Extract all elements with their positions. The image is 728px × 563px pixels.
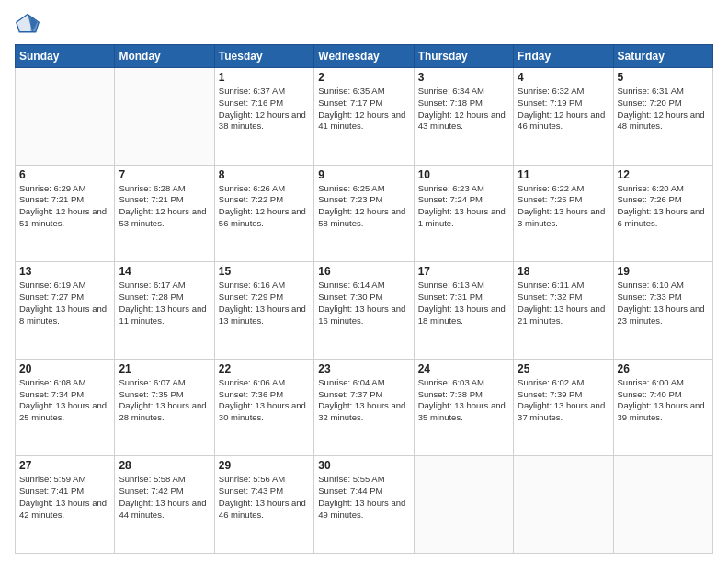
calendar-day-28: 28Sunrise: 5:58 AMSunset: 7:42 PMDayligh… [115,456,214,554]
calendar-day-empty [613,456,712,554]
calendar-table: SundayMondayTuesdayWednesdayThursdayFrid… [15,44,713,554]
page-header [15,11,713,37]
logo-icon [15,11,40,37]
day-number: 16 [318,265,409,278]
day-number: 29 [219,459,310,472]
calendar-day-26: 26Sunrise: 6:00 AMSunset: 7:40 PMDayligh… [613,359,712,456]
day-info: Sunrise: 6:23 AMSunset: 7:24 PMDaylight:… [418,183,509,230]
weekday-header-wednesday: Wednesday [314,45,414,68]
day-number: 18 [518,265,609,278]
calendar-day-5: 5Sunrise: 6:31 AMSunset: 7:20 PMDaylight… [613,68,712,166]
day-info: Sunrise: 6:37 AMSunset: 7:16 PMDaylight:… [219,86,310,132]
day-number: 24 [418,362,509,375]
calendar-week-4: 20Sunrise: 6:08 AMSunset: 7:34 PMDayligh… [16,359,713,456]
day-number: 1 [219,71,310,84]
calendar-day-13: 13Sunrise: 6:19 AMSunset: 7:27 PMDayligh… [16,262,115,360]
calendar-day-14: 14Sunrise: 6:17 AMSunset: 7:28 PMDayligh… [115,262,214,360]
day-number: 21 [119,362,210,375]
day-number: 23 [318,362,409,375]
day-number: 25 [518,362,609,375]
day-number: 14 [119,265,210,278]
day-info: Sunrise: 6:26 AMSunset: 7:22 PMDaylight:… [219,183,310,230]
day-number: 7 [119,168,210,181]
calendar-day-empty [414,456,513,554]
weekday-header-tuesday: Tuesday [214,45,313,68]
day-info: Sunrise: 6:06 AMSunset: 7:36 PMDaylight:… [219,377,310,424]
calendar-day-11: 11Sunrise: 6:22 AMSunset: 7:25 PMDayligh… [514,165,613,262]
calendar-day-empty [514,456,613,554]
calendar-day-16: 16Sunrise: 6:14 AMSunset: 7:30 PMDayligh… [314,262,414,360]
day-number: 27 [19,459,110,472]
calendar-day-22: 22Sunrise: 6:06 AMSunset: 7:36 PMDayligh… [214,359,313,456]
day-number: 26 [618,362,709,375]
day-info: Sunrise: 6:20 AMSunset: 7:26 PMDaylight:… [618,183,709,230]
calendar-day-4: 4Sunrise: 6:32 AMSunset: 7:19 PMDaylight… [514,68,613,166]
calendar-day-8: 8Sunrise: 6:26 AMSunset: 7:22 PMDaylight… [214,165,313,262]
day-info: Sunrise: 6:28 AMSunset: 7:21 PMDaylight:… [119,183,210,230]
weekday-header-saturday: Saturday [613,45,712,68]
calendar-day-21: 21Sunrise: 6:07 AMSunset: 7:35 PMDayligh… [115,359,214,456]
calendar-day-17: 17Sunrise: 6:13 AMSunset: 7:31 PMDayligh… [414,262,513,360]
calendar-day-6: 6Sunrise: 6:29 AMSunset: 7:21 PMDaylight… [16,165,115,262]
calendar-day-empty [115,68,214,166]
weekday-header-monday: Monday [115,45,214,68]
day-info: Sunrise: 6:10 AMSunset: 7:33 PMDaylight:… [618,280,709,327]
day-info: Sunrise: 6:31 AMSunset: 7:20 PMDaylight:… [618,86,709,132]
day-number: 11 [518,168,609,181]
day-number: 13 [19,265,110,278]
day-info: Sunrise: 6:19 AMSunset: 7:27 PMDaylight:… [19,280,110,327]
calendar-day-3: 3Sunrise: 6:34 AMSunset: 7:18 PMDaylight… [414,68,513,166]
logo [15,11,44,37]
day-info: Sunrise: 6:25 AMSunset: 7:23 PMDaylight:… [318,183,409,230]
calendar-day-7: 7Sunrise: 6:28 AMSunset: 7:21 PMDaylight… [115,165,214,262]
day-info: Sunrise: 5:59 AMSunset: 7:41 PMDaylight:… [19,474,110,521]
day-info: Sunrise: 6:04 AMSunset: 7:37 PMDaylight:… [318,377,409,424]
day-number: 12 [618,168,709,181]
day-number: 20 [19,362,110,375]
calendar-day-empty [16,68,115,166]
day-info: Sunrise: 5:55 AMSunset: 7:44 PMDaylight:… [318,474,409,521]
day-number: 3 [418,71,509,84]
day-number: 6 [19,168,110,181]
day-number: 9 [318,168,409,181]
calendar-day-9: 9Sunrise: 6:25 AMSunset: 7:23 PMDaylight… [314,165,414,262]
calendar-day-25: 25Sunrise: 6:02 AMSunset: 7:39 PMDayligh… [514,359,613,456]
calendar-day-24: 24Sunrise: 6:03 AMSunset: 7:38 PMDayligh… [414,359,513,456]
weekday-header-sunday: Sunday [16,45,115,68]
day-info: Sunrise: 6:08 AMSunset: 7:34 PMDaylight:… [19,377,110,424]
day-info: Sunrise: 6:34 AMSunset: 7:18 PMDaylight:… [418,86,509,132]
day-number: 30 [318,459,409,472]
day-number: 17 [418,265,509,278]
day-number: 28 [119,459,210,472]
day-info: Sunrise: 6:14 AMSunset: 7:30 PMDaylight:… [318,280,409,327]
calendar-day-30: 30Sunrise: 5:55 AMSunset: 7:44 PMDayligh… [314,456,414,554]
day-info: Sunrise: 5:58 AMSunset: 7:42 PMDaylight:… [119,474,210,521]
day-info: Sunrise: 6:35 AMSunset: 7:17 PMDaylight:… [318,86,409,132]
day-info: Sunrise: 6:22 AMSunset: 7:25 PMDaylight:… [518,183,609,230]
day-info: Sunrise: 6:32 AMSunset: 7:19 PMDaylight:… [518,86,609,132]
day-number: 4 [518,71,609,84]
calendar-day-1: 1Sunrise: 6:37 AMSunset: 7:16 PMDaylight… [214,68,313,166]
calendar-day-18: 18Sunrise: 6:11 AMSunset: 7:32 PMDayligh… [514,262,613,360]
calendar-day-19: 19Sunrise: 6:10 AMSunset: 7:33 PMDayligh… [613,262,712,360]
day-number: 22 [219,362,310,375]
calendar-day-27: 27Sunrise: 5:59 AMSunset: 7:41 PMDayligh… [16,456,115,554]
calendar-day-23: 23Sunrise: 6:04 AMSunset: 7:37 PMDayligh… [314,359,414,456]
calendar-day-10: 10Sunrise: 6:23 AMSunset: 7:24 PMDayligh… [414,165,513,262]
calendar-day-20: 20Sunrise: 6:08 AMSunset: 7:34 PMDayligh… [16,359,115,456]
calendar-week-5: 27Sunrise: 5:59 AMSunset: 7:41 PMDayligh… [16,456,713,554]
calendar-day-15: 15Sunrise: 6:16 AMSunset: 7:29 PMDayligh… [214,262,313,360]
day-info: Sunrise: 6:07 AMSunset: 7:35 PMDaylight:… [119,377,210,424]
day-info: Sunrise: 5:56 AMSunset: 7:43 PMDaylight:… [219,474,310,521]
day-number: 10 [418,168,509,181]
weekday-header-thursday: Thursday [414,45,513,68]
calendar-day-29: 29Sunrise: 5:56 AMSunset: 7:43 PMDayligh… [214,456,313,554]
day-number: 15 [219,265,310,278]
day-info: Sunrise: 6:03 AMSunset: 7:38 PMDaylight:… [418,377,509,424]
calendar-week-3: 13Sunrise: 6:19 AMSunset: 7:27 PMDayligh… [16,262,713,360]
day-info: Sunrise: 6:29 AMSunset: 7:21 PMDaylight:… [19,183,110,230]
day-number: 5 [618,71,709,84]
calendar-day-12: 12Sunrise: 6:20 AMSunset: 7:26 PMDayligh… [613,165,712,262]
weekday-header-row: SundayMondayTuesdayWednesdayThursdayFrid… [16,45,713,68]
calendar-day-2: 2Sunrise: 6:35 AMSunset: 7:17 PMDaylight… [314,68,414,166]
